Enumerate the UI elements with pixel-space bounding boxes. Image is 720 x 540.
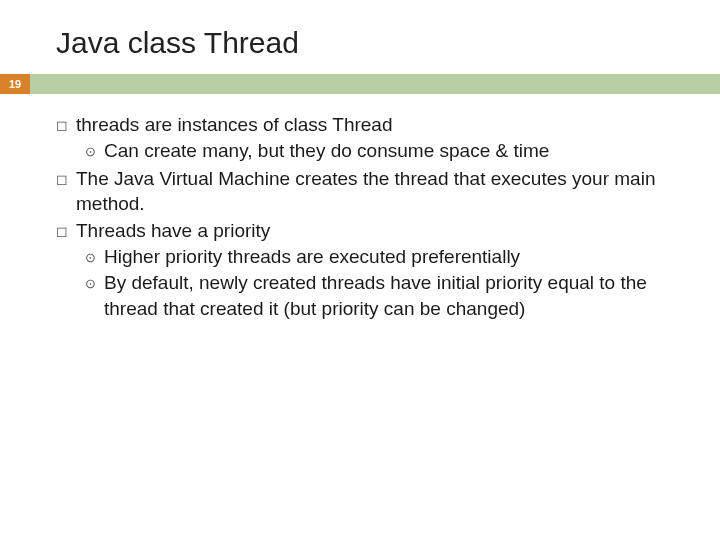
bullet-level1: ◻ Threads have a priority ⊙ Higher prior… [48, 218, 672, 321]
bullet-text: By default, newly created threads have i… [104, 270, 672, 320]
slide-title: Java class Thread [0, 0, 720, 74]
bullet-level2: ⊙ Higher priority threads are executed p… [76, 244, 672, 269]
bullet-text: Can create many, but they do consume spa… [104, 138, 672, 163]
bullet-level2: ⊙ By default, newly created threads have… [76, 270, 672, 320]
circle-bullet-icon: ⊙ [76, 244, 104, 266]
square-bullet-icon: ◻ [48, 112, 76, 134]
slide-body: ◻ threads are instances of class Thread … [0, 94, 720, 322]
bullet-text: The Java Virtual Machine creates the thr… [76, 166, 672, 216]
bullet-level2: ⊙ Can create many, but they do consume s… [76, 138, 672, 163]
bullet-text: Threads have a priority [76, 218, 672, 243]
square-bullet-icon: ◻ [48, 166, 76, 188]
bullet-level1: ◻ threads are instances of class Thread … [48, 112, 672, 164]
square-bullet-icon: ◻ [48, 218, 76, 240]
accent-band-fill [30, 74, 720, 94]
bullet-text: Higher priority threads are executed pre… [104, 244, 672, 269]
accent-band: 19 [0, 74, 720, 94]
circle-bullet-icon: ⊙ [76, 138, 104, 160]
slide-number-badge: 19 [0, 74, 30, 94]
bullet-level1: ◻ The Java Virtual Machine creates the t… [48, 166, 672, 216]
slide: Java class Thread 19 ◻ threads are insta… [0, 0, 720, 540]
bullet-text: threads are instances of class Thread [76, 112, 672, 137]
circle-bullet-icon: ⊙ [76, 270, 104, 292]
